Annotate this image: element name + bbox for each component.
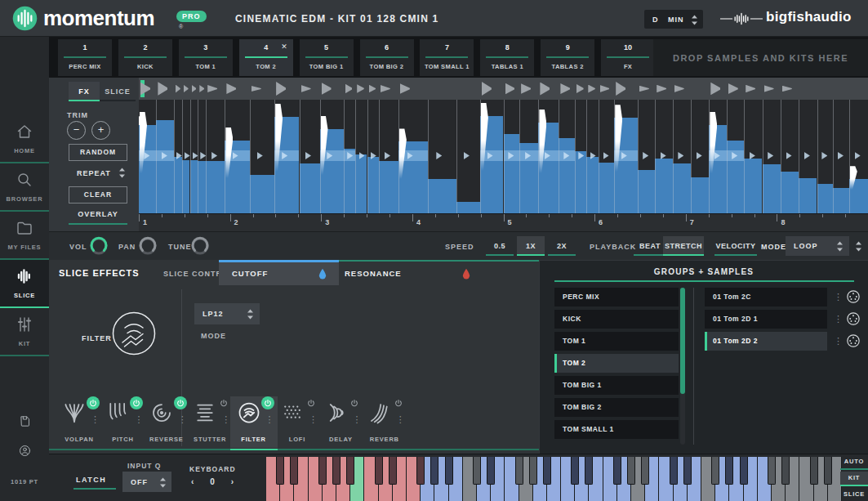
piano-key-black[interactable] <box>473 457 481 485</box>
effect-menu-icon[interactable]: ⋮ <box>134 414 143 425</box>
slice-boundary-line[interactable] <box>817 100 818 213</box>
waveform-slice[interactable] <box>763 164 781 213</box>
slice-boundary-line[interactable] <box>744 100 745 213</box>
save-icon[interactable] <box>18 414 32 432</box>
key-select[interactable]: D MIN <box>644 10 703 29</box>
waveform-slice[interactable] <box>300 163 320 213</box>
slice-boundary-line[interactable] <box>198 100 198 213</box>
groups-scrollbar-track[interactable] <box>680 288 685 445</box>
waveform-slice[interactable] <box>575 151 586 214</box>
slice-boundary-line[interactable] <box>655 100 656 213</box>
pad-perc-mix[interactable]: 1PERC MIX <box>58 39 112 76</box>
slice-boundary-line[interactable] <box>727 100 728 213</box>
slice-boundary-line[interactable] <box>344 100 345 213</box>
effect-power-button[interactable] <box>261 396 274 409</box>
effect-power-button[interactable] <box>305 396 318 409</box>
piano-key-black[interactable] <box>290 457 298 485</box>
pad-tablas-1[interactable]: 8TABLAS 1 <box>480 39 534 76</box>
piano-key-black[interactable] <box>332 457 341 485</box>
piano-key-black[interactable] <box>346 457 354 485</box>
effect-menu-icon[interactable]: ⋮ <box>309 414 318 425</box>
overlay-button[interactable]: OVERLAY <box>69 210 127 218</box>
clear-button[interactable]: CLEAR <box>69 186 127 204</box>
slice-boundary-line[interactable] <box>398 100 399 213</box>
vol-knob[interactable] <box>88 235 109 257</box>
pad-close-icon[interactable]: ✕ <box>281 42 287 51</box>
input-q-select[interactable]: OFF <box>122 472 171 492</box>
slice-boundary-line[interactable] <box>480 100 481 213</box>
slice-boundary-line[interactable] <box>519 100 520 213</box>
pad-tom-2[interactable]: 4✕TOM 2 <box>239 39 293 76</box>
slice-boundary-line[interactable] <box>379 100 380 213</box>
piano-key-black[interactable] <box>768 457 776 485</box>
sample-item-01-tom-2d-2[interactable]: 01 Tom 2D 2 <box>705 332 827 351</box>
waveform-slice[interactable] <box>156 120 173 213</box>
waveform-slice[interactable] <box>599 163 615 214</box>
sample-midi-icon[interactable] <box>845 311 861 327</box>
slice-boundary-line[interactable] <box>781 100 781 213</box>
waveform-slice[interactable] <box>799 178 817 213</box>
sample-midi-icon[interactable] <box>845 333 861 349</box>
slice-boundary-line[interactable] <box>206 100 207 213</box>
slice-boundary-line[interactable] <box>456 100 457 213</box>
slice-boundary-line[interactable] <box>799 100 799 213</box>
speed-1x[interactable]: 1X <box>517 236 545 256</box>
pad-fx[interactable]: 10FX <box>601 39 655 76</box>
speed-2x[interactable]: 2X <box>548 236 576 256</box>
pan-knob[interactable] <box>137 235 158 257</box>
speed-0.5[interactable]: 0.5 <box>486 236 514 256</box>
effect-power-button[interactable] <box>130 396 143 409</box>
slice-boundary-line[interactable] <box>182 100 183 213</box>
slice-boundary-line[interactable] <box>428 100 429 213</box>
waveform-slice[interactable] <box>781 172 799 213</box>
slice-boundary-line[interactable] <box>599 100 599 213</box>
drop-zone[interactable]: DROP SAMPLES AND KITS HERE <box>653 39 868 76</box>
effect-menu-icon[interactable]: ⋮ <box>265 414 274 425</box>
sample-menu-icon[interactable]: ⋮ <box>834 336 843 347</box>
effect-menu-icon[interactable]: ⋮ <box>91 414 100 425</box>
tab-fx[interactable]: FX <box>69 82 100 101</box>
pad-tom-1[interactable]: 3TOM 1 <box>179 39 233 76</box>
waveform-slice[interactable] <box>379 161 398 213</box>
piano-key-black[interactable] <box>389 457 397 485</box>
piano-key-black[interactable] <box>515 457 523 485</box>
pad-tablas-2[interactable]: 9TABLAS 2 <box>541 39 594 76</box>
slice-boundary-line[interactable] <box>638 100 639 213</box>
slice-boundary-line[interactable] <box>274 100 275 213</box>
keyboard-mode-auto[interactable]: AUTO <box>840 455 868 470</box>
random-button[interactable]: RANDOM <box>69 144 127 161</box>
piano-key-black[interactable] <box>810 457 818 485</box>
effect-menu-icon[interactable]: ⋮ <box>396 414 405 425</box>
piano-key-black[interactable] <box>529 457 537 485</box>
pad-tom-small-1[interactable]: 7TOM SMALL 1 <box>420 39 474 76</box>
waveform-overview[interactable] <box>139 78 868 100</box>
sample-item-01-tom-2d-1[interactable]: 01 Tom 2D 1 <box>705 310 827 329</box>
slice-boundary-line[interactable] <box>250 100 251 213</box>
group-item-tom-2[interactable]: TOM 2 <box>554 354 679 373</box>
slice-boundary-line[interactable] <box>586 100 587 213</box>
trim-minus-button[interactable]: − <box>67 121 86 140</box>
filter-mode-stepper-icon[interactable] <box>246 308 255 320</box>
waveform-slice[interactable] <box>190 160 198 213</box>
group-item-tom-big-1[interactable]: TOM BIG 1 <box>554 376 679 395</box>
tab-resonance[interactable]: RESONANCE <box>345 260 475 285</box>
effect-menu-icon[interactable]: ⋮ <box>178 414 187 425</box>
piano-key-black[interactable] <box>571 457 579 485</box>
input-q-stepper-icon[interactable] <box>158 476 167 489</box>
groups-scrollbar-thumb[interactable] <box>680 288 685 394</box>
piano-key-black[interactable] <box>613 457 621 485</box>
sample-item-01-tom-2c[interactable]: 01 Tom 2C <box>705 288 827 306</box>
effect-power-button[interactable] <box>392 396 405 409</box>
piano-key-black[interactable] <box>740 457 748 485</box>
tab-slice[interactable]: SLICE <box>100 82 136 101</box>
waveform-slice[interactable] <box>833 188 849 213</box>
piano-key-black[interactable] <box>641 457 649 485</box>
slice-boundary-line[interactable] <box>156 100 157 213</box>
sidebar-item-kit[interactable]: KIT <box>0 308 49 356</box>
tab-cutoff[interactable]: CUTOFF <box>219 260 339 285</box>
waveform-slice[interactable] <box>559 138 575 213</box>
mode-select[interactable]: LOOP <box>786 236 849 256</box>
sidebar-item-slice[interactable]: SLICE <box>0 260 49 308</box>
slice-boundary-line[interactable] <box>355 100 356 213</box>
effect-power-button[interactable] <box>217 396 230 409</box>
